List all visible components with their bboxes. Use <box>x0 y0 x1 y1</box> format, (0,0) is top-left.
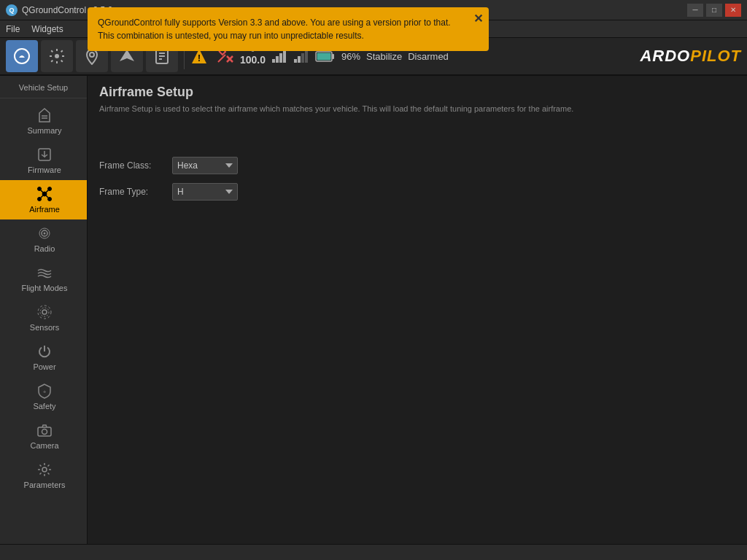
sidebar: Vehicle Setup Summary Firmware <box>0 76 88 560</box>
warning-close-button[interactable]: ✕ <box>473 12 483 26</box>
menu-widgets[interactable]: Widgets <box>31 24 63 34</box>
svg-rect-20 <box>332 54 334 59</box>
safety-icon: + <box>36 383 53 399</box>
signal-icon <box>271 49 287 63</box>
main-area: Vehicle Setup Summary Firmware <box>0 76 747 560</box>
flight-modes-icon <box>36 265 53 281</box>
svg-point-29 <box>38 198 42 201</box>
svg-rect-17 <box>301 53 304 63</box>
sidebar-item-flight-modes[interactable]: Flight Modes <box>0 259 87 298</box>
flight-mode: Stabilize <box>366 51 402 62</box>
maximize-button[interactable]: □ <box>706 4 722 17</box>
power-icon <box>36 343 53 359</box>
logo-ardo: ARDO <box>640 47 690 65</box>
minimize-button[interactable]: ─ <box>687 4 703 17</box>
sidebar-item-firmware[interactable]: Firmware <box>0 141 87 180</box>
content-subtitle: Airframe Setup is used to select the air… <box>99 104 735 113</box>
sidebar-item-safety[interactable]: + Safety <box>0 377 87 416</box>
airframe-icon <box>36 186 53 202</box>
radio-icon <box>36 225 53 241</box>
frame-class-label: Frame Class: <box>99 160 172 171</box>
svg-line-34 <box>46 195 48 198</box>
svg-line-33 <box>41 195 43 198</box>
close-button[interactable]: ✕ <box>725 4 741 17</box>
svg-text:!: ! <box>198 53 201 63</box>
svg-marker-22 <box>39 109 50 122</box>
safety-label: Safety <box>33 402 55 411</box>
svg-line-31 <box>41 190 43 192</box>
menu-file[interactable]: File <box>6 24 20 34</box>
logo-pilot: PILOT <box>690 47 741 65</box>
svg-rect-15 <box>294 59 297 63</box>
airframe-label: Airframe <box>29 205 60 214</box>
svg-point-39 <box>40 308 49 316</box>
content-title: Airframe Setup <box>99 85 735 100</box>
warning-banner: QGroundControl fully supports Version 3.… <box>88 7 489 51</box>
sidebar-item-power[interactable]: Power <box>0 338 87 377</box>
battery-icon <box>315 49 336 63</box>
arm-status: Disarmed <box>408 51 449 62</box>
warning-message: QGroundControl fully supports Version 3.… <box>98 18 451 41</box>
svg-rect-14 <box>283 50 286 63</box>
home-button[interactable] <box>6 40 38 72</box>
frame-class-row: Frame Class: Hexa Quad Octa Y6 Tri <box>99 157 735 174</box>
sidebar-item-airframe[interactable]: Airframe <box>0 180 87 219</box>
svg-point-38 <box>42 310 47 314</box>
svg-point-27 <box>38 187 42 191</box>
sensors-icon <box>36 304 53 320</box>
svg-line-32 <box>46 190 48 192</box>
svg-point-28 <box>48 187 52 191</box>
sidebar-item-sensors[interactable]: Sensors <box>0 298 87 338</box>
svg-point-2 <box>90 52 94 57</box>
sidebar-item-camera[interactable]: Camera <box>0 416 87 456</box>
settings-icon <box>48 47 66 65</box>
camera-icon <box>36 422 53 438</box>
camera-label: Camera <box>30 441 58 450</box>
svg-point-30 <box>48 198 52 201</box>
signal2-icon <box>293 49 309 63</box>
svg-point-44 <box>42 467 47 472</box>
frame-type-label: Frame Type: <box>99 187 172 197</box>
power-label: Power <box>33 362 55 371</box>
firmware-label: Firmware <box>28 166 61 174</box>
svg-rect-21 <box>317 53 331 61</box>
battery-percent: 96% <box>341 51 360 62</box>
sidebar-header: Vehicle Setup <box>0 79 87 98</box>
summary-label: Summary <box>27 126 61 135</box>
home-icon <box>13 47 31 65</box>
sensors-label: Sensors <box>30 323 59 332</box>
settings-button[interactable] <box>41 40 73 72</box>
svg-rect-18 <box>305 50 308 63</box>
svg-rect-11 <box>272 59 275 63</box>
svg-rect-12 <box>276 56 279 63</box>
content-area: Airframe Setup Airframe Setup is used to… <box>88 76 747 560</box>
firmware-icon <box>36 147 53 163</box>
flight-modes-label: Flight Modes <box>22 284 68 292</box>
status-bar <box>0 544 747 560</box>
svg-point-1 <box>55 54 59 58</box>
ardupilot-logo: ARDOPILOT <box>640 47 741 66</box>
sidebar-item-radio[interactable]: Radio <box>0 219 87 259</box>
svg-point-43 <box>42 429 47 435</box>
window-controls: ─ □ ✕ <box>687 4 741 17</box>
parameters-icon <box>36 462 53 478</box>
svg-text:+: + <box>43 389 47 395</box>
frame-type-select[interactable]: H + V X <box>172 183 238 201</box>
summary-icon <box>36 107 53 123</box>
sidebar-item-summary[interactable]: Summary <box>0 101 87 141</box>
svg-rect-16 <box>298 56 301 63</box>
sidebar-item-parameters[interactable]: Parameters <box>0 456 87 495</box>
frame-type-row: Frame Type: H + V X <box>99 183 735 201</box>
svg-point-37 <box>44 233 46 235</box>
parameters-label: Parameters <box>24 481 66 489</box>
svg-rect-13 <box>279 53 282 63</box>
radio-label: Radio <box>34 244 55 253</box>
app-icon: Q <box>6 4 18 16</box>
frame-class-select[interactable]: Hexa Quad Octa Y6 Tri <box>172 157 238 174</box>
